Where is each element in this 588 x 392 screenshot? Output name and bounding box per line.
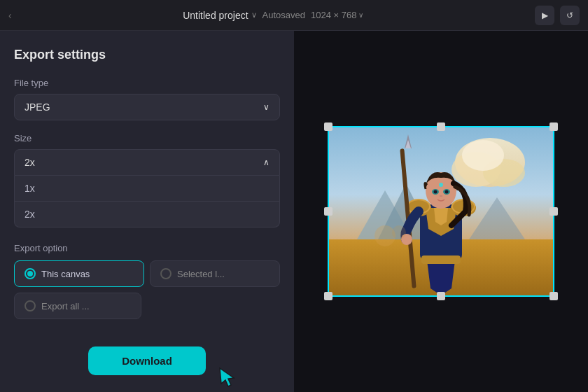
panel-title: Export settings bbox=[14, 48, 280, 62]
export-radio-group: This canvas Selected l... Export all ... bbox=[14, 260, 280, 319]
file-type-chevron-icon: ∨ bbox=[263, 102, 270, 112]
radio-this-canvas[interactable]: This canvas bbox=[14, 260, 144, 287]
size-option-2x[interactable]: 2x bbox=[15, 202, 279, 227]
main-content: Export settings File type JPEG ∨ Size 2x… bbox=[0, 31, 588, 392]
export-option-label: Export option bbox=[14, 243, 280, 253]
radio-selected[interactable]: Selected l... bbox=[150, 260, 280, 287]
download-area: Download bbox=[14, 332, 280, 375]
radio-selected-label: Selected l... bbox=[177, 269, 225, 279]
play-button[interactable]: ▶ bbox=[535, 6, 554, 25]
svg-point-19 bbox=[439, 183, 443, 187]
file-type-select[interactable]: JPEG ∨ bbox=[14, 94, 280, 120]
warrior-illustration bbox=[329, 127, 553, 295]
cursor-pointer-icon bbox=[216, 365, 238, 388]
radio-canvas-label: This canvas bbox=[41, 269, 90, 279]
top-bar: ‹ Untitled project ∨ Autosaved 1024 × 76… bbox=[0, 0, 588, 31]
size-option-1x[interactable]: 1x bbox=[15, 176, 279, 202]
canvas-wrapper bbox=[329, 127, 553, 295]
svg-rect-22 bbox=[421, 255, 461, 264]
back-chevron[interactable]: ‹ bbox=[8, 10, 12, 21]
size-select[interactable]: 2x ∧ bbox=[14, 149, 280, 176]
file-type-label: File type bbox=[14, 78, 280, 88]
canvas-size-chevron-icon[interactable]: ∨ bbox=[358, 11, 363, 19]
rotate-button[interactable]: ↺ bbox=[560, 6, 580, 25]
size-chevron-icon: ∧ bbox=[263, 158, 270, 167]
top-bar-left: ‹ bbox=[8, 10, 12, 21]
radio-row-1: This canvas Selected l... bbox=[14, 260, 280, 287]
size-value: 2x bbox=[24, 157, 35, 168]
svg-point-18 bbox=[445, 190, 449, 194]
svg-point-24 bbox=[392, 225, 406, 239]
top-bar-center: Untitled project ∨ Autosaved 1024 × 768 … bbox=[18, 10, 529, 21]
export-panel: Export settings File type JPEG ∨ Size 2x… bbox=[0, 31, 294, 392]
size-options-dropdown: 1x 2x bbox=[14, 176, 280, 227]
svg-point-8 bbox=[462, 140, 504, 171]
project-name: Untitled project ∨ bbox=[183, 10, 256, 21]
radio-circle-canvas bbox=[24, 268, 36, 279]
radio-all-label: Export all ... bbox=[41, 301, 90, 312]
radio-circle-selected bbox=[160, 268, 172, 279]
project-chevron-icon[interactable]: ∨ bbox=[251, 10, 257, 20]
canvas-preview bbox=[329, 127, 553, 295]
radio-export-all[interactable]: Export all ... bbox=[14, 293, 141, 319]
size-section: Size 2x ∧ 1x 2x bbox=[14, 133, 280, 240]
svg-point-17 bbox=[434, 190, 438, 194]
svg-point-23 bbox=[374, 225, 396, 246]
file-type-value: JPEG bbox=[24, 102, 50, 113]
canvas-size: 1024 × 768 ∨ bbox=[311, 10, 363, 20]
radio-row-2: Export all ... bbox=[14, 293, 280, 319]
canvas-area bbox=[294, 31, 588, 392]
autosaved-label: Autosaved bbox=[262, 10, 305, 20]
top-bar-icons: ▶ ↺ bbox=[535, 6, 580, 25]
radio-circle-all bbox=[24, 300, 36, 312]
size-label: Size bbox=[14, 133, 280, 144]
download-button[interactable]: Download bbox=[88, 346, 206, 375]
